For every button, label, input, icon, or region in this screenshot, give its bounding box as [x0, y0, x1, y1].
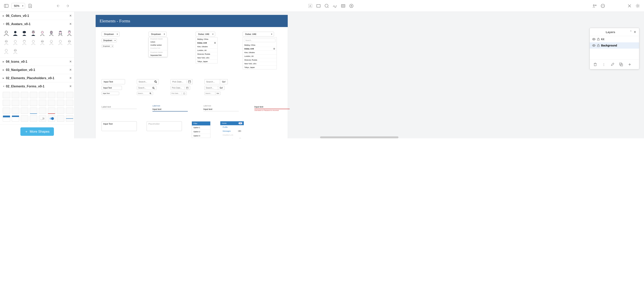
date-input-element[interactable] [170, 79, 193, 84]
section-header-forms[interactable]: ▼02_Elements_Forms_v0-1× [0, 82, 74, 90]
material-input-error-element[interactable] [254, 105, 290, 109]
horizontal-scrollbar[interactable] [320, 136, 398, 138]
shape-thumb[interactable] [57, 100, 64, 106]
avatar-shape[interactable] [48, 30, 55, 37]
lock-icon[interactable] [597, 38, 600, 40]
visibility-icon[interactable] [592, 38, 596, 40]
city-dropdown-element[interactable]: Dubai, UAE [196, 32, 215, 36]
rectangle-tool-button[interactable] [315, 3, 322, 9]
shape-thumb[interactable] [57, 108, 64, 114]
shape-thumb[interactable] [66, 108, 73, 114]
section-header-placeholders[interactable]: ▶02_Elements_Placeholders_v0-1× [0, 74, 74, 82]
shape-thumb[interactable] [39, 108, 46, 114]
section-header-icons[interactable]: ▶04_Icons_v0-1× [0, 58, 74, 66]
shape-thumb[interactable] [12, 116, 19, 122]
layer-row[interactable]: Kit [590, 36, 639, 42]
textarea-element[interactable]: Input Text [102, 121, 137, 131]
go-button[interactable]: Go! [218, 86, 224, 90]
search-input-element[interactable] [137, 86, 156, 90]
undo-button[interactable] [56, 3, 62, 9]
dropdown-item[interactable]: Action [149, 40, 167, 44]
shape-thumb[interactable] [30, 116, 37, 122]
section-close-icon[interactable]: × [70, 22, 72, 26]
dropdown-item[interactable]: Separated link [149, 54, 167, 57]
shape-thumb[interactable] [21, 108, 28, 114]
shape-thumb[interactable] [66, 100, 73, 106]
shape-thumb[interactable] [57, 116, 64, 122]
duplicate-layer-button[interactable] [618, 61, 624, 68]
shape-thumb[interactable] [66, 92, 73, 98]
section-header-colors[interactable]: ▶06_Colors_v0-1× [0, 12, 74, 20]
list-item[interactable]: Moscow, Russia [243, 58, 276, 62]
lock-icon[interactable] [597, 44, 600, 47]
section-header-avatars[interactable]: ▼05_Avatars_v0-1× [0, 20, 74, 28]
theme-button[interactable] [634, 3, 641, 9]
go-button[interactable]: Go! [220, 79, 228, 84]
table-tool-button[interactable] [340, 3, 346, 9]
shape-thumb[interactable] [12, 108, 19, 114]
city-dropdown-element[interactable]: Dubai, UAE [243, 32, 274, 36]
collapse-icon[interactable]: ˄ [629, 30, 633, 34]
list-item[interactable]: New York, USA [243, 62, 276, 66]
go-button[interactable]: Go! [216, 92, 220, 95]
shape-thumb[interactable] [48, 108, 55, 114]
shape-thumb[interactable] [3, 100, 10, 106]
list-item[interactable]: London, UK [243, 54, 276, 58]
filter-option[interactable]: Option 2 [192, 130, 210, 134]
avatar-shape[interactable] [66, 30, 73, 37]
list-item[interactable]: Kiev, Ukraine [243, 51, 276, 54]
section-close-icon[interactable]: × [70, 60, 72, 64]
shape-thumb[interactable] [30, 100, 37, 106]
add-tool-button[interactable] [348, 3, 354, 9]
shape-thumb[interactable] [21, 100, 28, 106]
side-nav-item[interactable]: System Settings1 [220, 137, 244, 138]
material-input-focused-element[interactable] [152, 107, 188, 112]
new-page-button[interactable] [27, 3, 33, 9]
avatar-shape[interactable] [57, 38, 64, 46]
section-close-icon[interactable]: × [70, 84, 72, 88]
search-input-element[interactable] [137, 92, 153, 95]
shape-thumb[interactable] [12, 92, 19, 98]
shape-thumb[interactable] [12, 100, 19, 106]
material-input-element[interactable] [204, 107, 239, 111]
shape-thumb[interactable] [48, 92, 55, 98]
more-menu-button[interactable] [600, 3, 606, 9]
filter-option[interactable]: Option 1 [192, 126, 210, 130]
avatar-shape[interactable] [3, 30, 10, 37]
dropdown-item[interactable]: Another action [149, 44, 167, 47]
shape-thumb[interactable] [48, 100, 55, 106]
shape-thumb[interactable] [39, 116, 46, 122]
side-nav-item[interactable]: Messages24 [220, 129, 244, 133]
list-item[interactable]: London, UK [196, 48, 217, 52]
list-item[interactable]: Beijing, China [196, 38, 217, 41]
dropdown-element[interactable]: Dropdown [102, 32, 120, 36]
list-item-selected[interactable]: Dubai, UAE [243, 47, 276, 51]
section-close-icon[interactable]: × [70, 14, 72, 18]
zoom-select[interactable]: 50% [11, 3, 25, 9]
side-nav-item[interactable]: Profile [220, 125, 244, 129]
avatar-shape[interactable] [39, 30, 46, 37]
dropdown-element[interactable]: Dropdown [102, 45, 114, 48]
share-button[interactable] [592, 3, 598, 9]
filter-option[interactable]: Option 3 [192, 134, 210, 138]
avatar-shape[interactable] [12, 48, 19, 55]
list-item[interactable]: Tokyo, Japan [243, 66, 276, 69]
avatar-shape[interactable] [21, 38, 28, 46]
avatar-shape[interactable] [3, 38, 10, 46]
add-layer-button[interactable] [626, 61, 633, 68]
avatar-shape[interactable] [12, 38, 19, 46]
shape-thumb[interactable] [21, 92, 28, 98]
dropdown-element[interactable]: Dropdown [148, 32, 166, 36]
search-input-element[interactable] [137, 79, 159, 84]
shape-thumb[interactable] [39, 100, 46, 106]
edit-layer-button[interactable] [609, 61, 616, 68]
shape-thumb[interactable] [3, 108, 10, 114]
dropdown-element[interactable]: Dropdown [102, 38, 117, 42]
avatar-shape[interactable] [21, 30, 28, 37]
input-group-element[interactable]: Go! [204, 79, 228, 84]
shape-thumb[interactable] [66, 116, 73, 122]
shape-thumb[interactable] [21, 116, 28, 122]
shape-thumb[interactable] [39, 92, 46, 98]
canvas-page[interactable]: Elements - Forms Dropdown Dropdown Dropd… [96, 15, 288, 138]
avatar-shape[interactable] [30, 30, 37, 37]
